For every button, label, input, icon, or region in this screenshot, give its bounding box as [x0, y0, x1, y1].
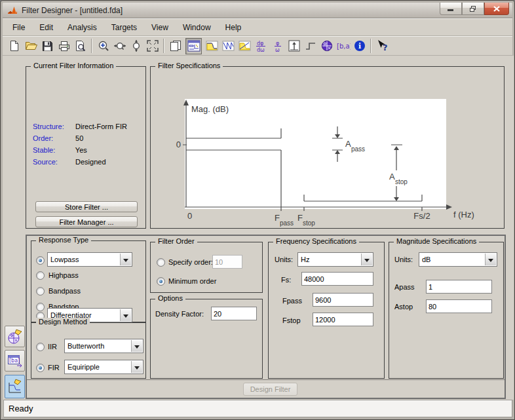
plot-area [185, 99, 446, 209]
astop-label: A [389, 172, 395, 181]
options-panel: Options Density Factor: [150, 299, 263, 379]
filter-manager-button[interactable]: Filter Manager ... [35, 216, 138, 227]
print-to-figure-button[interactable] [167, 38, 183, 54]
chevron-down-icon [131, 340, 142, 352]
menu-edit[interactable]: Edit [32, 20, 60, 35]
chevron-down-icon [120, 309, 131, 321]
fstop-input[interactable] [313, 313, 373, 326]
panel-title: Frequency Specifications [273, 237, 359, 245]
context-help-icon: ? [376, 39, 389, 52]
specify-order-radio[interactable] [157, 258, 165, 267]
magnitude-response-button[interactable] [204, 38, 220, 54]
impulse-response-button[interactable] [286, 38, 302, 54]
filter-coefficients-button[interactable]: [b,a] [335, 38, 351, 54]
menu-view[interactable]: View [144, 20, 176, 35]
fir-method-select[interactable]: Equiripple [64, 360, 143, 374]
menu-targets[interactable]: Targets [104, 20, 144, 35]
fir-radio[interactable] [36, 364, 45, 372]
x-origin-label: 0 [187, 211, 192, 221]
pages-icon [170, 40, 181, 52]
magnitude-and-phase-button[interactable] [237, 38, 253, 54]
zoom-in-button[interactable] [95, 38, 111, 54]
frequency-specifications-panel: Frequency Specifications Units: Hz Fs: F… [268, 242, 385, 379]
fpass-label: F [275, 213, 280, 223]
step-response-button[interactable] [302, 38, 318, 54]
minimum-order-radio[interactable] [157, 277, 165, 286]
iir-method-select[interactable]: Butterworth [64, 339, 143, 353]
design-filter-button[interactable]: Design Filter [243, 383, 297, 396]
title-bar: Filter Designer - [untitled.fda] [3, 3, 512, 18]
lowpass-radio[interactable] [36, 256, 45, 265]
close-button[interactable] [484, 3, 509, 15]
pole-zero-editor-icon [7, 328, 24, 345]
info-row-stable: Stable: Yes [33, 146, 87, 154]
apass-input[interactable] [426, 280, 492, 294]
store-filter-button[interactable]: Store Filter ... [35, 201, 138, 212]
menu-analysis[interactable]: Analysis [60, 20, 104, 35]
iir-label: IIR [48, 343, 57, 351]
freq-units-select[interactable]: Hz [297, 252, 373, 267]
y-axis-label: Mag. (dB) [191, 104, 229, 114]
zoom-y-button[interactable] [128, 38, 144, 54]
zero-db-tick: 0 [176, 140, 181, 149]
minimize-icon [447, 5, 455, 12]
bandpass-label: Bandpass [48, 287, 81, 295]
save-floppy-icon [42, 41, 53, 52]
print-preview-button[interactable] [72, 38, 88, 54]
fstop-label: Fstop [282, 316, 301, 324]
chevron-down-icon [120, 254, 131, 265]
save-button[interactable] [39, 38, 56, 54]
menu-help[interactable]: Help [218, 20, 249, 35]
full-view-button[interactable] [144, 38, 161, 54]
toolbar: dφdω φω [b,a] i ? [3, 36, 512, 56]
print-button[interactable] [56, 38, 72, 54]
fir-method-value: Equiripple [67, 363, 100, 371]
apass-label: A [345, 139, 351, 149]
bandstop-radio[interactable] [36, 303, 45, 311]
fpass-input[interactable] [313, 293, 373, 307]
phase-delay-button[interactable]: φω [269, 38, 286, 54]
menu-file[interactable]: File [5, 20, 32, 35]
panel-title: Response Type [36, 236, 91, 244]
mag-units-select[interactable]: dB [419, 252, 497, 267]
iir-method-value: Butterworth [67, 342, 104, 350]
lowpass-select[interactable]: Lowpass [47, 252, 132, 267]
lowpass-select-value: Lowpass [50, 256, 79, 263]
fs-input[interactable] [301, 272, 373, 286]
open-button[interactable] [23, 38, 39, 54]
highpass-radio[interactable] [36, 271, 45, 280]
restore-button[interactable] [462, 3, 484, 15]
svg-text:dω: dω [257, 47, 265, 52]
design-filter-icon [7, 378, 24, 395]
phase-response-button[interactable] [220, 38, 237, 54]
pole-zero-editor-button[interactable] [5, 326, 25, 347]
bandpass-radio[interactable] [36, 287, 45, 296]
pole-zero-plot-button[interactable] [318, 38, 335, 54]
iir-radio[interactable] [36, 343, 45, 351]
current-filter-information-panel: Current Filter Information Structure: Di… [26, 66, 146, 229]
density-factor-input[interactable] [211, 307, 257, 320]
group-delay-button[interactable]: dφdω [253, 38, 269, 54]
filter-specifications-button[interactable] [185, 38, 202, 54]
panel-title: Design Method [36, 318, 90, 326]
matlab-logo-icon [7, 5, 18, 16]
zoom-x-button[interactable] [111, 38, 128, 54]
toolbar-separator [91, 39, 92, 53]
menu-bar: File Edit Analysis Targets View Window H… [3, 18, 512, 36]
specify-order-input[interactable] [212, 255, 242, 269]
restore-icon [469, 5, 477, 12]
panel-title: Filter Specifications [155, 62, 223, 69]
apass-label: Apass [394, 283, 415, 291]
context-help-button[interactable]: ? [374, 38, 391, 54]
menu-window[interactable]: Window [176, 20, 218, 35]
design-filter-panel-button[interactable] [5, 375, 25, 398]
filter-specifications-diagram: Mag. (dB) 0 0 F pass F stop Fs/2 f (Hz) … [151, 71, 504, 228]
filter-information-button[interactable]: i [351, 38, 368, 54]
chevron-down-icon [485, 254, 496, 265]
fir-label: FIR [48, 364, 60, 372]
new-session-button[interactable] [7, 38, 23, 54]
minimize-button[interactable] [440, 3, 462, 15]
response-type-panel: Response Type Lowpass Highpass Bandpass … [31, 240, 146, 322]
astop-input[interactable] [426, 299, 492, 313]
import-filter-button[interactable]: [ba] [5, 350, 25, 372]
